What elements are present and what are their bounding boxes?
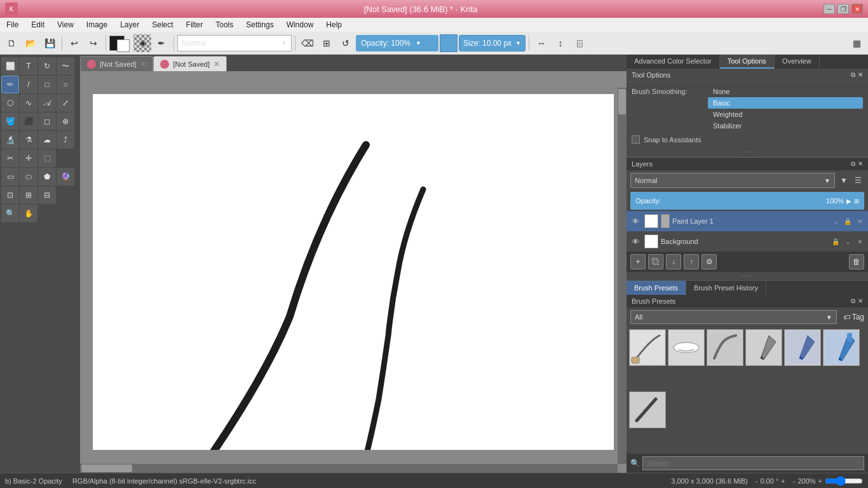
fill-tool-button[interactable]: 🪣 xyxy=(1,112,19,130)
brush-presets-float-icon[interactable]: ⧉ xyxy=(851,297,855,305)
reset-view-button[interactable]: ↺ xyxy=(337,34,355,52)
move-layer-down-button[interactable]: ↓ xyxy=(666,254,681,269)
smoothing-weighted[interactable]: Weighted xyxy=(708,109,863,120)
eraser-tool-button[interactable]: ◻ xyxy=(38,112,56,130)
layer-visibility-background[interactable]: 👁 xyxy=(629,235,642,248)
tab-close-2[interactable]: ✕ xyxy=(214,60,220,69)
brush-presets-filter-dropdown[interactable]: All ▼ xyxy=(630,310,837,324)
similar-select-button[interactable]: ⊞ xyxy=(20,186,37,204)
zoom-out-icon[interactable]: - xyxy=(793,477,796,485)
pan-tool-button[interactable]: ✋ xyxy=(20,205,37,222)
brush-stroke-button[interactable]: 〜 xyxy=(57,57,74,75)
restore-button[interactable]: ❐ xyxy=(837,4,849,14)
layer-row-paint-1[interactable]: 👁 Paint Layer 1 ⌄ 🔒 ✕ xyxy=(627,211,868,231)
symmetry-button[interactable]: ⊞ xyxy=(318,34,336,52)
minimize-button[interactable]: ─ xyxy=(824,4,835,14)
close-button[interactable]: ✕ xyxy=(851,4,863,14)
canvas-only-button[interactable]: ⬜ xyxy=(1,57,19,75)
zoom-tool-button[interactable]: 🔍 xyxy=(1,205,19,222)
tab-brush-preset-history[interactable]: Brush Preset History xyxy=(686,281,766,295)
menu-select[interactable]: Select xyxy=(146,18,179,32)
brush-preset-3[interactable] xyxy=(707,329,743,366)
brush-presets-close-icon[interactable]: ✕ xyxy=(858,297,863,305)
ellipse-select-button[interactable]: ⬭ xyxy=(20,168,37,186)
snap-checkbox[interactable] xyxy=(632,135,640,144)
text-tool-button[interactable]: T xyxy=(20,57,37,75)
background-color[interactable] xyxy=(117,39,130,52)
layer-delete-paint-1[interactable]: ✕ xyxy=(854,215,865,227)
opacity-stepper-icon[interactable]: ▶ xyxy=(846,198,851,205)
brush-preset-4[interactable] xyxy=(745,329,782,366)
menu-settings[interactable]: Settings xyxy=(240,18,280,32)
contiguous-select-button[interactable]: ⊡ xyxy=(1,186,19,204)
brush-preset-1[interactable] xyxy=(629,329,666,366)
calligraphy-button[interactable]: 𝒜 xyxy=(38,94,56,112)
tab-overview[interactable]: Overview xyxy=(775,55,820,69)
layer-properties-button[interactable]: ⚙ xyxy=(702,254,717,269)
color-selector[interactable] xyxy=(109,33,132,53)
opacity-grid-icon[interactable]: ⊞ xyxy=(854,198,859,205)
add-layer-button[interactable]: + xyxy=(630,254,646,269)
layer-visibility-paint-1[interactable]: 👁 xyxy=(629,215,642,227)
wrap-button[interactable]: ⌹ xyxy=(571,34,588,52)
layer-row-background[interactable]: 👁 Background 🔒 ⌄ ✕ xyxy=(627,231,868,252)
menu-edit[interactable]: Edit xyxy=(25,18,51,32)
mirror-v-button[interactable]: ↕ xyxy=(552,34,569,52)
mirror-h-button[interactable]: ↔ xyxy=(532,34,550,52)
menu-filter[interactable]: Filter xyxy=(180,18,210,32)
redo-button[interactable]: ↪ xyxy=(85,34,102,52)
opacity-control[interactable]: Opacity: 100% ▼ xyxy=(356,35,438,51)
brush-preset-6[interactable] xyxy=(823,329,860,366)
menu-file[interactable]: File xyxy=(0,18,25,32)
smoothing-none[interactable]: None xyxy=(708,86,863,97)
brush-search-input[interactable] xyxy=(642,456,864,470)
layers-filter-icon[interactable]: ▼ xyxy=(837,174,850,187)
canvas-viewport[interactable] xyxy=(80,71,627,473)
pattern-toggle-button[interactable]: ▣ xyxy=(133,34,151,52)
bezier-button[interactable]: ∿ xyxy=(20,94,37,112)
duplicate-layer-button[interactable]: ⿻ xyxy=(648,254,663,269)
magic-wand-button[interactable]: 🔮 xyxy=(57,168,74,186)
layer-delete-background[interactable]: ✕ xyxy=(854,236,865,247)
ellipse-tool-button[interactable]: ○ xyxy=(57,76,74,93)
zoom-in-icon[interactable]: + xyxy=(818,477,822,485)
smoothing-stabilizer[interactable]: Stabilizer xyxy=(708,120,863,132)
brush-size-control[interactable]: Size: 10.00 px ▼ xyxy=(459,35,526,51)
menu-view[interactable]: View xyxy=(51,18,80,32)
layer-pin-paint-1[interactable]: ⌄ xyxy=(830,215,841,227)
bezier-select-button[interactable]: ⊟ xyxy=(38,186,56,204)
tab-tool-options[interactable]: Tool Options xyxy=(720,55,775,69)
freehand-brush-button[interactable]: ✏ xyxy=(1,76,19,93)
transform-tool-button[interactable]: ⬚ xyxy=(38,149,56,167)
tab-close-1[interactable]: ✕ xyxy=(140,60,146,69)
panel-close-icon[interactable]: ✕ xyxy=(858,71,863,79)
move-button[interactable]: ✛ xyxy=(20,149,37,167)
smart-eyedropper-button[interactable]: ⚗ xyxy=(20,131,37,149)
brush-preset-7[interactable] xyxy=(629,391,666,428)
save-document-button[interactable]: 💾 xyxy=(41,34,58,52)
move-layer-up-button[interactable]: ↑ xyxy=(684,254,699,269)
brush-preset-2[interactable] xyxy=(668,329,705,366)
clone-stamp-button[interactable]: ⊕ xyxy=(57,112,74,130)
menu-help[interactable]: Help xyxy=(320,18,348,32)
rotate-left-icon[interactable]: - xyxy=(756,477,758,485)
menu-tools[interactable]: Tools xyxy=(209,18,240,32)
smart-patch-button[interactable]: ⤢ xyxy=(57,94,74,112)
crop-button[interactable]: ✂ xyxy=(1,149,19,167)
open-document-button[interactable]: 📂 xyxy=(22,34,39,52)
layer-lock-paint-1[interactable]: 🔒 xyxy=(842,215,853,227)
toggle-panel-button[interactable]: ▦ xyxy=(848,34,865,52)
blur-button[interactable]: ☁ xyxy=(38,131,56,149)
tab-advanced-color-selector[interactable]: Advanced Color Selector xyxy=(627,55,720,69)
new-document-button[interactable]: 🗋 xyxy=(3,34,20,52)
layers-close-icon[interactable]: ✕ xyxy=(858,160,863,168)
delete-layer-button[interactable]: 🗑 xyxy=(849,254,864,269)
polygon-tool-button[interactable]: ⬡ xyxy=(1,94,19,112)
eyedropper-button[interactable]: 🔬 xyxy=(1,131,19,149)
rotate-right-icon[interactable]: + xyxy=(781,477,785,485)
rect-select-button[interactable]: ▭ xyxy=(1,168,19,186)
erase-button[interactable]: ⌫ xyxy=(299,34,316,52)
freehand-transform-button[interactable]: ↻ xyxy=(38,57,56,75)
blend-mode-dropdown[interactable]: Normal ▼ xyxy=(177,35,292,51)
layers-blend-mode-dropdown[interactable]: Normal ▼ xyxy=(630,173,835,188)
